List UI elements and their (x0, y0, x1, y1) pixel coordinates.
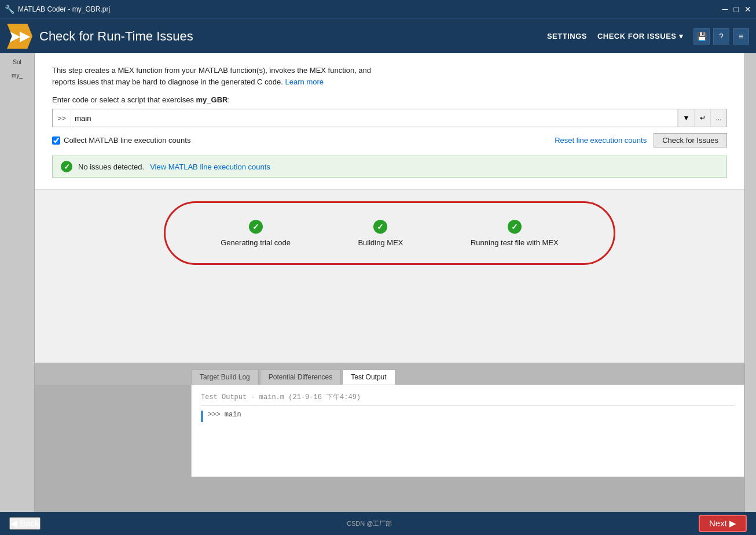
menu-icon: ≡ (739, 32, 743, 41)
more-button[interactable]: ... (710, 109, 726, 127)
enter-code-label: Enter code or select a script that exerc… (52, 95, 727, 104)
titlebar-left: 🔧 MATLAB Coder - my_GBR.prj (5, 5, 110, 14)
sidebar-item-file: my_ (0, 69, 34, 82)
matlab-icon: 🔧 (5, 5, 14, 14)
bottom-bar: ◀ Back CSDN @工厂部 Next ▶ (0, 512, 756, 535)
enter-label-text: Enter code or select a script that exerc… (52, 95, 196, 104)
dropdown-button[interactable]: ▼ (678, 109, 694, 127)
check-issues-btn[interactable]: Check for Issues (654, 133, 727, 147)
titlebar: 🔧 MATLAB Coder - my_GBR.prj ─ □ ✕ (0, 0, 756, 19)
tab-content: Test Output - main.m (21-9-16 下午4:49) >>… (191, 385, 744, 477)
success-icon: ✓ (61, 161, 72, 172)
dropdown-icon: ▼ (683, 114, 690, 122)
settings-button[interactable]: SETTINGS (547, 32, 587, 40)
step-content: This step creates a MEX function from yo… (35, 53, 744, 190)
matlab-logo: ▶▶ (7, 24, 32, 49)
window-title: MATLAB Coder - my_GBR.prj (18, 5, 110, 13)
toolbar-left: ▶▶ Check for Run-Time Issues (7, 24, 193, 49)
code-input-buttons: ▼ ↵ ... (677, 109, 726, 127)
collect-counts-checkbox[interactable] (52, 136, 60, 145)
tab-potential-differences[interactable]: Potential Differences (260, 370, 342, 385)
code-input[interactable] (71, 109, 677, 127)
watermark: CSDN @工厂部 (347, 519, 392, 528)
help-icon: ? (719, 32, 724, 41)
tab-content-line: >>> main (201, 411, 735, 422)
view-counts-link[interactable]: View MATLAB line execution counts (150, 163, 270, 171)
collect-counts-label: Collect MATLAB line execution counts (64, 136, 190, 145)
tab-test-output[interactable]: Test Output (342, 370, 395, 385)
next-button[interactable]: Next ▶ (699, 515, 747, 532)
sidebar-item-sol: Sol (0, 56, 34, 69)
save-icon: 💾 (697, 32, 707, 41)
options-right: Reset line execution counts Check for Is… (555, 133, 727, 147)
steps-area: ✓ Generating trial code ✓ Building MEX ✓… (35, 190, 744, 363)
titlebar-controls[interactable]: ─ □ ✕ (722, 5, 751, 14)
success-text: No issues detected. (78, 163, 144, 171)
learn-more-link[interactable]: Learn more (285, 78, 324, 86)
toolbar: ▶▶ Check for Run-Time Issues SETTINGS CH… (0, 19, 756, 53)
sidebar-file-label: my_ (12, 72, 23, 79)
content-panel: This step creates a MEX function from yo… (35, 53, 744, 512)
sidebar-sol-label: Sol (13, 59, 21, 65)
options-row: Collect MATLAB line execution counts Res… (52, 133, 727, 147)
check-issues-button[interactable]: CHECK FOR ISSUES ▾ (597, 32, 683, 40)
sidebar: Sol my_ (0, 53, 35, 512)
enter-icon: ↵ (700, 114, 706, 122)
description-line1: This step creates a MEX function from yo… (52, 66, 371, 75)
description-text: This step creates a MEX function from yo… (52, 65, 727, 87)
reset-link[interactable]: Reset line execution counts (555, 136, 647, 145)
lower-area: Target Build Log Potential Differences T… (35, 363, 744, 512)
description-line2: reports issues that may be hard to diagn… (52, 78, 283, 86)
oval-container: ✓ Generating trial code ✓ Building MEX ✓… (164, 201, 615, 265)
line-indicator (201, 411, 203, 422)
enter-button[interactable]: ↵ (694, 109, 710, 127)
close-button[interactable]: ✕ (744, 5, 751, 14)
save-button[interactable]: 💾 (693, 28, 710, 45)
page-title: Check for Run-Time Issues (39, 29, 193, 44)
minimize-button[interactable]: ─ (722, 5, 728, 14)
back-button[interactable]: ◀ Back (9, 517, 41, 530)
tabs-area: Target Build Log Potential Differences T… (35, 363, 744, 385)
tab-test-output-label: Test Output (351, 373, 386, 381)
function-name: my_GBR (196, 95, 228, 104)
line-text: >>> main (208, 411, 241, 419)
next-label: Next ▶ (709, 518, 736, 529)
toolbar-icons: 💾 ? ≡ (693, 28, 749, 45)
code-prompt: >> (53, 109, 71, 127)
dropdown-arrow-icon: ▾ (679, 32, 684, 40)
toolbar-right: SETTINGS CHECK FOR ISSUES ▾ 💾 ? ≡ (547, 28, 749, 45)
tab-potential-differences-label: Potential Differences (269, 373, 333, 381)
tab-content-header: Test Output - main.m (21-9-16 下午4:49) (201, 392, 735, 406)
menu-button[interactable]: ≡ (733, 28, 749, 45)
check-issues-label: CHECK FOR ISSUES (597, 32, 677, 40)
right-panel (744, 53, 756, 512)
more-icon: ... (715, 114, 721, 122)
success-banner: ✓ No issues detected. View MATLAB line e… (52, 156, 727, 178)
collect-counts-checkbox-label[interactable]: Collect MATLAB line execution counts (52, 136, 190, 145)
oval-border (164, 201, 615, 265)
tab-target-build-log-label: Target Build Log (200, 373, 250, 381)
code-input-row: >> ▼ ↵ ... (52, 109, 727, 127)
main-area: Sol my_ This step creates a MEX function… (0, 53, 756, 512)
maximize-button[interactable]: □ (734, 5, 739, 14)
help-button[interactable]: ? (713, 28, 729, 45)
tab-target-build-log[interactable]: Target Build Log (191, 370, 259, 385)
back-label: ◀ Back (10, 518, 39, 529)
